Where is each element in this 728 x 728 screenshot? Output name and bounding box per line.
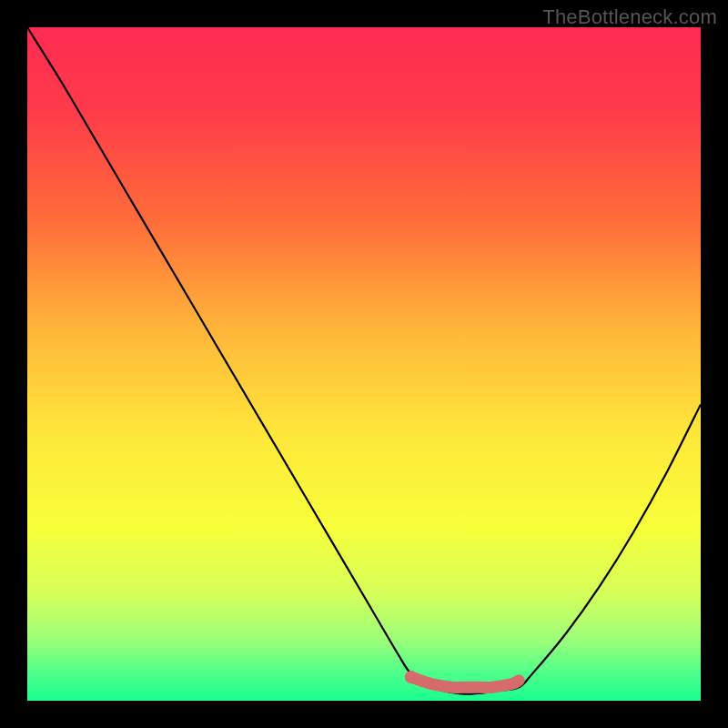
watermark-text: TheBottleneck.com bbox=[542, 5, 717, 29]
plot-area bbox=[27, 27, 701, 701]
chart-container: TheBottleneck.com bbox=[0, 0, 728, 728]
chart-background bbox=[27, 27, 701, 701]
optimal-band-start-dot bbox=[405, 671, 418, 683]
chart-svg bbox=[27, 27, 701, 701]
